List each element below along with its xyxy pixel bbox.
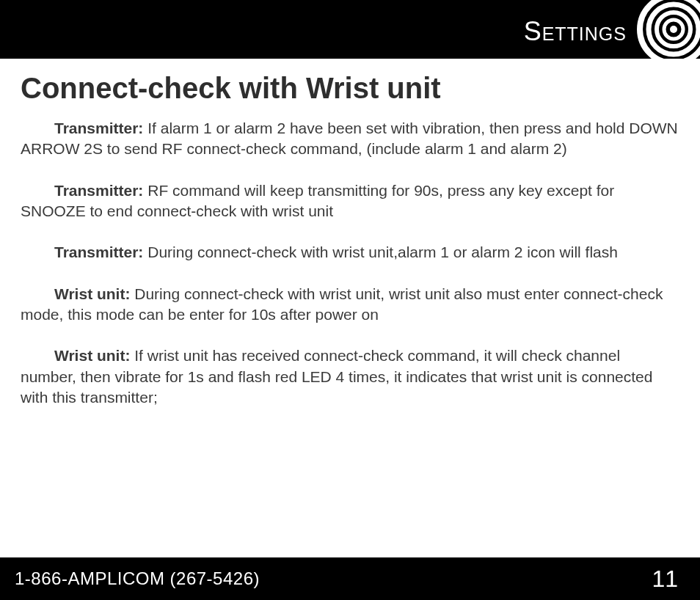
header-bar: Settings [0, 0, 700, 59]
paragraph-label: Wrist unit: [54, 285, 130, 302]
paragraph: Wrist unit: If wrist unit has received c… [21, 345, 679, 408]
paragraph-label: Transmitter: [54, 244, 143, 260]
page-number: 11 [652, 566, 678, 593]
paragraph: Transmitter: RF command will keep transm… [21, 180, 679, 222]
paragraph-text: During connect-check with wrist unit,ala… [143, 244, 618, 260]
paragraph-label: Wrist unit: [54, 347, 130, 364]
main-content: Connect-check with Wrist unit Transmitte… [0, 59, 700, 408]
spiral-icon [618, 0, 700, 59]
paragraph-label: Transmitter: [54, 182, 143, 199]
section-title: Settings [524, 16, 627, 47]
paragraph: Wrist unit: During connect-check with wr… [21, 284, 679, 326]
paragraph: Transmitter: If alarm 1 or alarm 2 have … [21, 118, 679, 160]
footer-bar: 1-866-AMPLICOM (267-5426) 11 [0, 557, 700, 600]
page-title: Connect-check with Wrist unit [21, 72, 679, 105]
phone-number: 1-866-AMPLICOM (267-5426) [15, 568, 260, 589]
paragraph-label: Transmitter: [54, 120, 143, 136]
paragraph: Transmitter: During connect-check with w… [21, 242, 679, 263]
svg-point-4 [670, 26, 677, 33]
